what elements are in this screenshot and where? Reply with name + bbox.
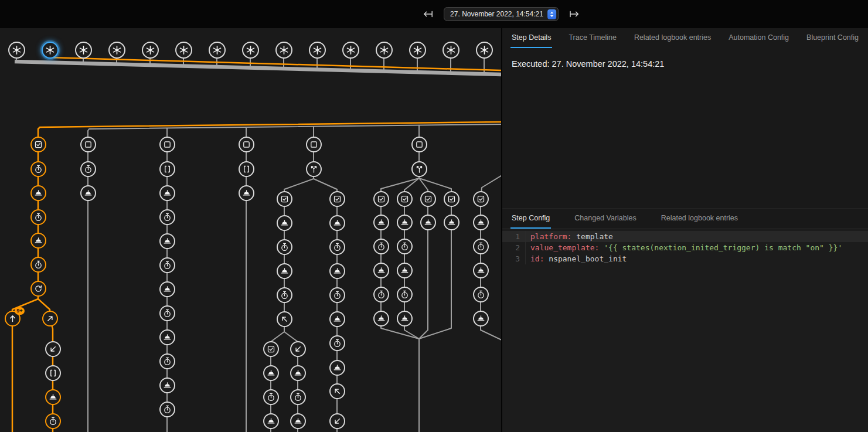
tab-related-logbook-entries[interactable]: Related logbook entries [660, 209, 739, 229]
trace-node[interactable] [159, 185, 175, 201]
trace-node[interactable] [442, 42, 459, 59]
trace-node[interactable] [397, 311, 413, 326]
trace-node[interactable] [411, 137, 427, 152]
trace-node[interactable] [376, 42, 393, 59]
trace-node[interactable] [42, 311, 58, 326]
trace-node[interactable] [290, 413, 306, 429]
tab-trace-timeline[interactable]: Trace Timeline [567, 28, 618, 48]
trace-node[interactable] [30, 233, 46, 249]
trace-node[interactable] [309, 42, 326, 59]
trace-node[interactable] [275, 42, 292, 59]
trace-node[interactable] [142, 42, 159, 59]
trace-node[interactable] [306, 137, 322, 152]
trace-node[interactable] [473, 287, 489, 302]
trace-node[interactable] [159, 209, 175, 225]
trace-node[interactable] [263, 389, 279, 405]
trace-node[interactable] [373, 287, 389, 302]
trace-node[interactable] [342, 42, 359, 59]
trace-node[interactable] [239, 161, 254, 177]
tab-blueprint-config[interactable]: Blueprint Config [805, 28, 860, 48]
trace-node[interactable] [42, 42, 59, 59]
trace-node[interactable] [420, 215, 436, 230]
trace-node[interactable] [30, 281, 46, 297]
trace-node[interactable] [239, 137, 254, 152]
trace-node[interactable] [159, 402, 175, 417]
trace-node[interactable] [277, 263, 292, 279]
trace-node[interactable] [329, 239, 345, 255]
trace-node[interactable] [159, 353, 175, 369]
trace-node[interactable] [263, 365, 279, 381]
trace-node[interactable] [444, 191, 459, 207]
trace-node[interactable] [409, 42, 426, 59]
trace-node[interactable] [476, 42, 493, 59]
trace-node[interactable] [397, 263, 413, 278]
run-picker[interactable]: 27. November 2022, 14:54:21 [444, 7, 559, 21]
trace-node[interactable] [473, 215, 489, 230]
trace-node[interactable] [159, 377, 175, 393]
trace-node[interactable] [45, 413, 61, 429]
trace-node[interactable] [411, 161, 427, 177]
trace-node[interactable] [277, 191, 292, 207]
trace-node[interactable] [290, 341, 306, 357]
trace-node[interactable] [329, 335, 345, 351]
trace-node[interactable] [277, 287, 292, 303]
trace-node[interactable] [175, 42, 192, 59]
trace-node[interactable] [290, 365, 306, 381]
tab-step-config[interactable]: Step Config [510, 209, 551, 229]
trace-node[interactable] [329, 287, 345, 303]
trace-node[interactable] [397, 191, 413, 207]
trace-node[interactable] [373, 239, 389, 254]
trace-node[interactable] [263, 413, 279, 429]
trace-node[interactable] [277, 239, 292, 255]
trace-node[interactable] [290, 389, 306, 405]
trace-node[interactable] [329, 360, 345, 376]
trace-node[interactable] [80, 185, 96, 201]
previous-run-button[interactable] [421, 7, 435, 21]
trace-node[interactable] [473, 263, 489, 278]
trace-node[interactable] [45, 341, 61, 357]
trace-node[interactable] [75, 42, 92, 59]
trace-node[interactable] [159, 257, 175, 273]
trace-node[interactable] [242, 42, 259, 59]
trace-node[interactable] [329, 311, 345, 327]
trace-node[interactable] [444, 215, 459, 230]
trace-node[interactable] [80, 137, 96, 152]
trace-node[interactable] [473, 191, 489, 207]
trace-node[interactable] [30, 257, 46, 273]
trace-node[interactable] [45, 365, 61, 381]
next-run-button[interactable] [567, 7, 581, 21]
trace-node[interactable] [159, 305, 175, 321]
trace-node[interactable] [30, 185, 46, 201]
trace-node[interactable] [473, 311, 489, 326]
trace-node[interactable] [277, 311, 292, 327]
trace-node[interactable] [45, 389, 61, 405]
trace-node[interactable] [373, 263, 389, 278]
trace-node[interactable] [373, 215, 389, 230]
trace-node[interactable] [473, 239, 489, 254]
trace-node[interactable] [397, 215, 413, 230]
trace-node[interactable] [209, 42, 226, 59]
tab-related-logbook-entries[interactable]: Related logbook entries [633, 28, 712, 48]
trace-node[interactable] [306, 161, 322, 177]
trace-node[interactable] [80, 161, 96, 177]
trace-node[interactable] [329, 215, 345, 231]
trace-node[interactable] [397, 239, 413, 254]
trace-node[interactable] [373, 311, 389, 326]
trace-graph-panel[interactable]: 9+ [0, 28, 501, 432]
tab-automation-config[interactable]: Automation Config [727, 28, 790, 48]
trace-node[interactable] [30, 137, 46, 152]
yaml-editor[interactable]: 1platform: template2value_template: '{{ … [502, 229, 868, 432]
trace-node[interactable] [277, 215, 292, 231]
trace-node[interactable] [329, 413, 345, 429]
trace-node[interactable] [159, 329, 175, 345]
trace-node[interactable] [159, 233, 175, 249]
trace-node[interactable] [329, 191, 345, 207]
trace-node[interactable] [263, 341, 279, 357]
trace-node[interactable] [30, 161, 46, 177]
trace-node[interactable] [420, 191, 436, 207]
tab-changed-variables[interactable]: Changed Variables [573, 209, 637, 229]
trace-node[interactable]: 9+ [5, 311, 21, 326]
trace-node[interactable] [239, 185, 254, 201]
trace-node[interactable] [329, 383, 345, 399]
trace-node[interactable] [108, 42, 125, 59]
